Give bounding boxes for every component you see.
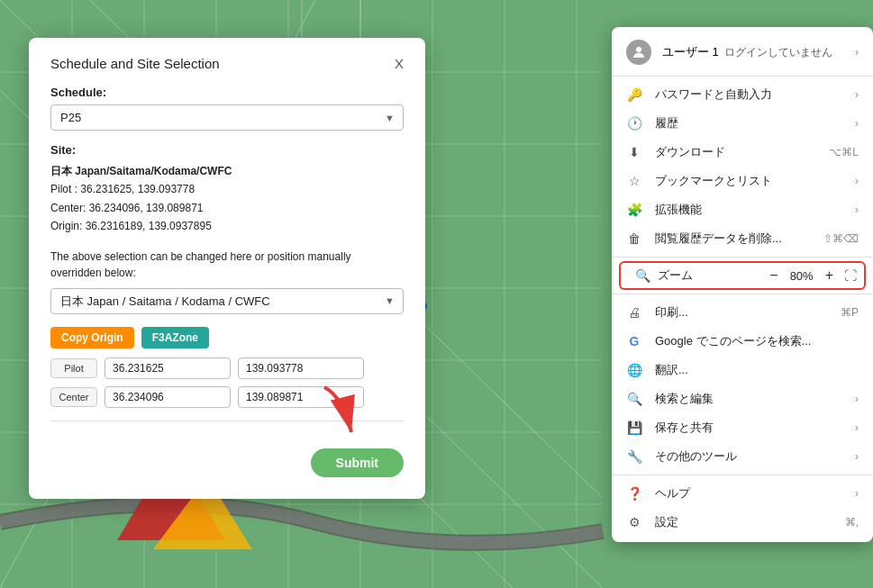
translate-label: 翻訳... [655,362,859,378]
zoom-increase-button[interactable]: + [822,268,837,283]
bookmarks-arrow-icon: › [855,175,859,187]
history-icon: 🕐 [626,116,642,131]
google-search-label: Google でこのページを検索... [655,333,859,349]
center-coords: Center: 36.234096, 139.089871 [50,199,404,217]
menu-item-translate[interactable]: 🌐 翻訳... [612,356,873,384]
menu-item-save-share[interactable]: 💾 保存と共有 › [612,413,873,442]
user-arrow-icon: › [855,46,859,59]
save-share-label: 保存と共有 [655,420,842,436]
clear-history-icon: 🗑 [626,231,642,246]
zoom-decrease-button[interactable]: − [766,268,781,283]
site-info: 日本 Japan/Saitama/Kodama/CWFC Pilot : 36.… [50,162,404,236]
passwords-arrow-icon: › [855,88,859,101]
more-tools-label: その他のツール [655,448,842,465]
menu-divider-1 [612,76,873,77]
zoom-fullscreen-icon[interactable]: ⛶ [844,268,857,283]
submit-button[interactable]: Submit [311,448,404,477]
pilot-coords-row: Pilot [50,357,404,379]
translate-icon: 🌐 [626,363,642,377]
chrome-context-menu: ユーザー 1 ログインしていません › 🔑 パスワードと自動入力 › 🕐 履歴 … [612,27,873,542]
extensions-label: 拡張機能 [655,202,842,218]
menu-divider-4 [612,475,873,475]
center-lat-input[interactable] [105,386,231,408]
zoom-icon: 🔍 [635,268,650,283]
more-tools-icon: 🔧 [626,449,642,464]
help-icon: ❓ [626,486,642,501]
schedule-site-modal: Schedule and Site Selection X Schedule: … [29,38,425,499]
f3azone-button[interactable]: F3AZone [141,327,209,348]
settings-shortcut: ⌘, [845,516,859,529]
passwords-icon: 🔑 [626,87,642,102]
location-select[interactable]: 日本 Japan / Saitama / Kodama / CWFC [50,288,404,314]
menu-divider-3 [612,294,873,294]
menu-item-settings[interactable]: ⚙ 設定 ⌘, [612,508,873,537]
origin-coords: Origin: 36.2316189, 139.0937895 [50,217,404,235]
zoom-value: 80% [786,269,818,283]
center-coords-row: Center [50,386,404,408]
menu-divider-2 [612,257,873,258]
settings-label: 設定 [655,514,832,530]
pilot-coords: Pilot : 36.231625, 139.093778 [50,180,404,198]
modal-header: Schedule and Site Selection X [50,56,404,71]
modal-footer: Submit [50,448,404,477]
menu-item-downloads[interactable]: ⬇ ダウンロード ⌥⌘L [612,138,873,167]
find-edit-label: 検索と編集 [655,391,842,407]
settings-icon: ⚙ [626,515,642,529]
schedule-select[interactable]: P25 [50,104,404,131]
pilot-lon-input[interactable] [238,357,364,379]
copy-origin-button[interactable]: Copy Origin [50,327,134,348]
history-arrow-icon: › [855,117,859,130]
menu-item-more-tools[interactable]: 🔧 その他のツール › [612,442,873,471]
override-text: The above selection can be changed here … [50,249,404,281]
center-label-button[interactable]: Center [50,387,97,407]
action-buttons-row: Copy Origin F3AZone [50,327,404,348]
menu-item-find-edit[interactable]: 🔍 検索と編集 › [612,384,873,413]
avatar [626,40,651,65]
bookmarks-icon: ☆ [626,174,642,188]
pilot-label-button[interactable]: Pilot [50,358,97,378]
find-edit-arrow-icon: › [855,393,859,405]
save-share-icon: 💾 [626,421,642,435]
extensions-arrow-icon: › [855,204,859,216]
google-icon: G [626,334,642,348]
help-label: ヘルプ [655,485,842,502]
menu-item-clear-history[interactable]: 🗑 閲覧履歴データを削除... ⇧⌘⌫ [612,224,873,253]
center-lon-input[interactable] [238,386,364,408]
passwords-label: パスワードと自動入力 [655,86,842,103]
print-shortcut: ⌘P [841,306,859,319]
user-status: ログインしていません [724,45,832,60]
clear-history-shortcut: ⇧⌘⌫ [823,232,859,245]
user-info: ユーザー 1 ログインしていません [662,44,844,60]
menu-item-help[interactable]: ❓ ヘルプ › [612,479,873,508]
menu-item-extensions[interactable]: 🧩 拡張機能 › [612,195,873,224]
schedule-select-wrapper: P25 ▼ [50,104,404,131]
help-arrow-icon: › [855,487,859,500]
location-select-wrapper: 日本 Japan / Saitama / Kodama / CWFC ▼ [50,288,404,314]
save-share-arrow-icon: › [855,421,859,434]
site-section: Site: 日本 Japan/Saitama/Kodama/CWFC Pilot… [50,143,404,236]
history-label: 履歴 [655,115,842,131]
print-label: 印刷... [655,304,828,321]
svg-point-34 [636,47,641,52]
menu-item-bookmarks[interactable]: ☆ ブックマークとリスト › [612,167,873,195]
downloads-shortcut: ⌥⌘L [829,146,859,158]
downloads-label: ダウンロード [655,144,816,160]
modal-divider [50,421,404,421]
user-section[interactable]: ユーザー 1 ログインしていません › [612,32,873,72]
zoom-control: 🔍 ズーム − 80% + ⛶ [619,261,866,290]
user-name: ユーザー 1 [662,44,719,60]
schedule-label: Schedule: [50,86,404,99]
more-tools-arrow-icon: › [855,450,859,463]
clear-history-label: 閲覧履歴データを削除... [655,231,811,247]
site-label: Site: [50,143,404,157]
menu-item-print[interactable]: 🖨 印刷... ⌘P [612,298,873,327]
menu-item-history[interactable]: 🕐 履歴 › [612,109,873,138]
pilot-lat-input[interactable] [105,357,231,379]
zoom-label: ズーム [658,267,762,284]
print-icon: 🖨 [626,305,642,320]
menu-item-passwords[interactable]: 🔑 パスワードと自動入力 › [612,80,873,109]
menu-item-google-search[interactable]: G Google でこのページを検索... [612,327,873,356]
find-edit-icon: 🔍 [626,392,642,406]
modal-close-button[interactable]: X [395,57,404,70]
modal-title: Schedule and Site Selection [50,56,220,71]
